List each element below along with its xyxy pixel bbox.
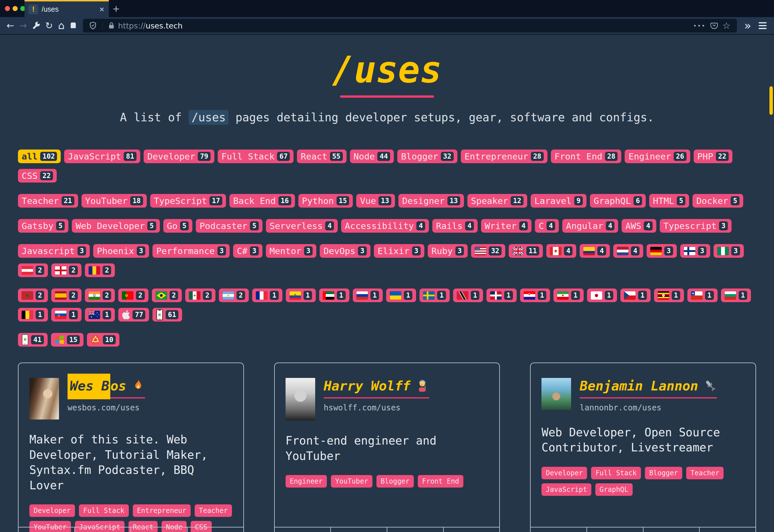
filter-pill-apple-logo-icon[interactable]: 77 [118,308,149,322]
wes-bos-link[interactable]: Wes Bos [68,378,145,398]
filter-pill-accessibility[interactable]: Accessibility4 [341,219,429,233]
filter-pill-web-developer[interactable]: Web Developer5 [72,219,160,233]
sidebar-icon[interactable] [70,22,77,29]
filter-pill-uk-flag-icon[interactable]: 11 [509,244,543,258]
filter-pill-c[interactable]: C#3 [233,244,262,258]
filter-pill-back-end[interactable]: Back End16 [229,194,295,208]
filter-pill-all[interactable]: all102 [18,150,61,163]
reload-icon[interactable]: ↻ [45,21,53,30]
filter-pill-portugal-flag-icon[interactable]: 2 [118,288,148,302]
filter-pill-trinidad-tobago-flag-icon[interactable]: 1 [453,288,483,302]
filter-pill-rails[interactable]: Rails4 [432,219,478,233]
filter-pill-argentina-flag-icon[interactable]: 2 [219,288,249,302]
filter-pill-iran-flag-icon[interactable]: 1 [554,288,583,302]
filter-pill-czech-flag-icon[interactable]: 1 [620,288,650,302]
new-tab-button[interactable]: + [113,2,119,15]
filter-pill-engineer[interactable]: Engineer26 [625,150,690,163]
filter-pill-ecuador-flag-icon[interactable]: 1 [286,288,316,302]
forward-icon[interactable]: → [19,21,27,30]
filter-pill-react[interactable]: React55 [297,150,346,163]
filter-pill-windows-logo-icon[interactable]: 15 [51,333,83,347]
filter-pill-aws[interactable]: AWS4 [622,219,656,233]
filter-pill-javascript[interactable]: JavaScript81 [64,150,140,163]
filter-pill-nigeria-flag-icon[interactable]: 3 [714,244,744,258]
filter-pill-bulgaria-flag-icon[interactable]: 1 [721,288,751,302]
filter-pill-speaker[interactable]: Speaker12 [467,194,528,208]
filter-pill-youtuber[interactable]: YouTuber18 [81,194,147,208]
filter-pill-podcaster[interactable]: Podcaster5 [196,219,262,233]
scrollbar-thumb[interactable] [769,86,773,115]
lock-icon[interactable] [108,22,115,29]
filter-pill-sweden-flag-icon[interactable]: 1 [420,288,450,302]
filter-pill-canada-flag-icon[interactable]: 4 [546,244,576,258]
filter-pill-iphone-icon[interactable]: 61 [152,308,182,322]
filter-pill-blogger[interactable]: Blogger32 [397,150,458,163]
filter-pill-belgium-flag-icon[interactable]: 1 [18,308,48,322]
filter-pill-morocco-flag-icon[interactable]: 2 [18,288,48,302]
harry-wolff-link[interactable]: Harry Wolff [324,378,430,398]
filter-pill-devops[interactable]: DevOps3 [320,244,370,258]
shield-icon[interactable] [89,22,97,30]
filter-pill-germany-flag-icon[interactable]: 3 [647,244,677,258]
filter-pill-india-flag-icon[interactable]: 2 [85,288,115,302]
browser-tab[interactable]: ! /uses × [24,0,109,17]
filter-pill-node[interactable]: Node44 [350,150,394,163]
filter-pill-teacher[interactable]: Teacher21 [18,194,78,208]
filter-pill-japan-flag-icon[interactable]: 1 [587,288,617,302]
filter-pill-ubuntu-logo-icon[interactable]: 10 [87,333,119,347]
filter-pill-mexico-flag-icon[interactable]: 2 [185,288,215,302]
filter-pill-go[interactable]: Go5 [163,219,193,233]
filter-pill-php[interactable]: PHP22 [694,150,732,163]
filter-pill-romania-flag-icon[interactable]: 2 [85,263,115,277]
filter-pill-colombia-flag-icon[interactable]: 4 [580,244,610,258]
filter-pill-slovakia-flag-icon[interactable]: 1 [51,308,81,322]
filter-pill-javascript[interactable]: Javascript3 [18,244,90,258]
filter-pill-us-flag-icon[interactable]: 32 [471,244,505,258]
filter-pill-designer[interactable]: Designer13 [399,194,464,208]
filter-pill-typescript[interactable]: TypeScript17 [150,194,226,208]
filter-pill-vue[interactable]: Vue13 [356,194,395,208]
filter-pill-full-stack[interactable]: Full Stack67 [218,150,294,163]
filter-pill-css[interactable]: CSS22 [18,169,57,183]
filter-pill-typescript[interactable]: Typescript3 [660,219,732,233]
hamburger-menu-icon[interactable] [759,22,767,29]
filter-pill-uae-flag-icon[interactable]: 1 [319,288,349,302]
page-actions-icon[interactable]: ••• [693,22,706,29]
filter-pill-performance[interactable]: Performance3 [152,244,230,258]
filter-pill-brazil-flag-icon[interactable]: 2 [152,288,182,302]
filter-pill-ruby[interactable]: Ruby3 [428,244,468,258]
filter-pill-ukraine-flag-icon[interactable]: 1 [386,288,416,302]
filter-pill-writer[interactable]: Writer4 [481,219,532,233]
filter-pill-spain-flag-icon[interactable]: 2 [51,288,81,302]
filter-pill-serverless[interactable]: Serverless4 [266,219,338,233]
filter-pill-france-flag-icon[interactable]: 1 [252,288,282,302]
filter-pill-netherlands-flag-icon[interactable]: 4 [613,244,643,258]
filter-pill-html[interactable]: HTML5 [649,194,689,208]
window-minimize-button[interactable] [13,6,18,11]
filter-pill-uganda-flag-icon[interactable]: 1 [654,288,684,302]
filter-pill-entrepreneur[interactable]: Entrepreneur28 [461,150,548,163]
filter-pill-england-flag-icon[interactable]: 2 [51,263,81,277]
filter-pill-elixir[interactable]: Elixir3 [374,244,424,258]
filter-pill-phoenix[interactable]: Phoenix3 [93,244,149,258]
filter-pill-finland-flag-icon[interactable]: 3 [680,244,710,258]
filter-pill-mentor[interactable]: Mentor3 [266,244,316,258]
filter-pill-australia-flag-icon[interactable]: 1 [85,308,115,322]
filter-pill-chile-flag-icon[interactable]: 1 [687,288,717,302]
filter-pill-laravel[interactable]: Laravel9 [531,194,587,208]
home-icon[interactable]: ⌂ [58,21,64,31]
filter-pill-python[interactable]: Python15 [298,194,353,208]
bookmark-star-icon[interactable]: ☆ [722,20,731,31]
address-bar[interactable]: https://uses.tech ••• ☆ [83,19,737,32]
overflow-menu-icon[interactable]: » [744,20,751,31]
filter-pill-graphql[interactable]: GraphQL6 [590,194,646,208]
benjamin-lannon-link[interactable]: Benjamin Lannon [580,378,717,398]
filter-pill-c[interactable]: C4 [535,219,559,233]
filter-pill-front-end[interactable]: Front End28 [551,150,622,163]
filter-pill-android-phone-icon[interactable]: 41 [18,333,48,347]
window-close-button[interactable] [5,6,10,11]
pocket-icon[interactable] [710,22,718,29]
back-icon[interactable]: ← [7,21,14,30]
filter-pill-docker[interactable]: Docker5 [693,194,743,208]
filter-pill-developer[interactable]: Developer79 [144,150,214,163]
